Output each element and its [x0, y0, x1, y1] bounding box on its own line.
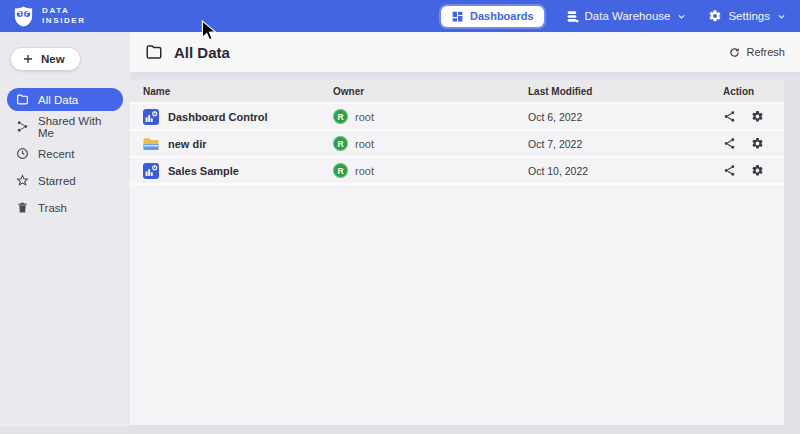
file-table: Name Owner Last Modified Action Dashboar…	[130, 80, 784, 425]
sidebar-item-label: Trash	[38, 202, 67, 214]
sidebar-item-all-data[interactable]: All Data	[7, 88, 123, 111]
owner-name: root	[355, 111, 374, 123]
column-header-owner: Owner	[333, 86, 528, 97]
chart-file-icon	[143, 109, 159, 125]
owl-logo-icon	[12, 5, 35, 28]
database-icon	[566, 10, 579, 23]
sidebar-item-trash[interactable]: Trash	[7, 196, 123, 219]
top-navigation: Dashboards Data Warehouse	[441, 6, 786, 27]
owner-name: root	[355, 138, 374, 150]
sidebar-nav: All Data Shared With Me Recent Starred	[0, 86, 130, 221]
sidebar-item-shared-with-me[interactable]: Shared With Me	[7, 115, 123, 138]
file-name: Sales Sample	[168, 165, 239, 177]
star-icon	[16, 174, 29, 187]
sidebar-item-label: Starred	[38, 175, 76, 187]
last-modified-date: Oct 10, 2022	[528, 165, 723, 177]
table-row[interactable]: Sales Sample R root Oct 10, 2022	[130, 158, 784, 185]
file-name: new dir	[168, 138, 207, 150]
refresh-button[interactable]: Refresh	[729, 46, 785, 58]
table-row[interactable]: Dashboard Control R root Oct 6, 2022	[130, 104, 784, 131]
share-button[interactable]	[723, 137, 736, 150]
sidebar-item-label: Shared With Me	[38, 115, 114, 139]
dashboards-button[interactable]: Dashboards	[441, 6, 544, 27]
trash-icon	[16, 201, 29, 214]
column-header-name: Name	[143, 86, 333, 97]
dashboard-grid-icon	[451, 10, 464, 23]
chevron-down-icon	[777, 12, 786, 21]
column-header-last-modified: Last Modified	[528, 86, 723, 97]
row-settings-button[interactable]	[751, 110, 764, 123]
row-settings-button[interactable]	[751, 164, 764, 177]
new-button[interactable]: New	[10, 47, 81, 71]
table-header: Name Owner Last Modified Action	[130, 80, 784, 104]
chart-file-icon	[143, 163, 159, 179]
page-header: All Data Refresh	[130, 32, 800, 73]
page-title: All Data	[174, 44, 230, 61]
data-warehouse-menu[interactable]: Data Warehouse	[566, 10, 687, 23]
owner-avatar: R	[333, 109, 348, 124]
brand-name: DATA INSIDER	[42, 6, 86, 26]
share-people-icon	[16, 120, 29, 133]
sidebar-item-recent[interactable]: Recent	[7, 142, 123, 165]
table-body: Dashboard Control R root Oct 6, 2022	[130, 104, 784, 185]
table-row[interactable]: new dir R root Oct 7, 2022	[130, 131, 784, 158]
owner-name: root	[355, 165, 374, 177]
folder-icon	[145, 43, 163, 61]
brand-logo[interactable]: DATA INSIDER	[12, 5, 86, 28]
clock-icon	[16, 147, 29, 160]
gear-icon	[708, 9, 722, 23]
topbar: DATA INSIDER Dashboards Data Wareho	[0, 0, 800, 32]
last-modified-date: Oct 7, 2022	[528, 138, 723, 150]
sidebar-item-label: Recent	[38, 148, 74, 160]
settings-menu[interactable]: Settings	[708, 9, 786, 23]
folder-file-icon	[143, 136, 159, 151]
share-button[interactable]	[723, 110, 736, 123]
file-name: Dashboard Control	[168, 111, 268, 123]
owner-avatar: R	[333, 163, 348, 178]
share-button[interactable]	[723, 164, 736, 177]
row-settings-button[interactable]	[751, 137, 764, 150]
column-header-action: Action	[723, 86, 784, 97]
chevron-down-icon	[677, 12, 686, 21]
sidebar-item-starred[interactable]: Starred	[7, 169, 123, 192]
owner-avatar: R	[333, 136, 348, 151]
sidebar: New All Data Shared With Me Recent	[0, 32, 130, 427]
last-modified-date: Oct 6, 2022	[528, 111, 723, 123]
folder-icon	[16, 93, 29, 106]
plus-icon	[22, 53, 34, 65]
refresh-icon	[729, 47, 740, 58]
sidebar-item-label: All Data	[38, 94, 78, 106]
